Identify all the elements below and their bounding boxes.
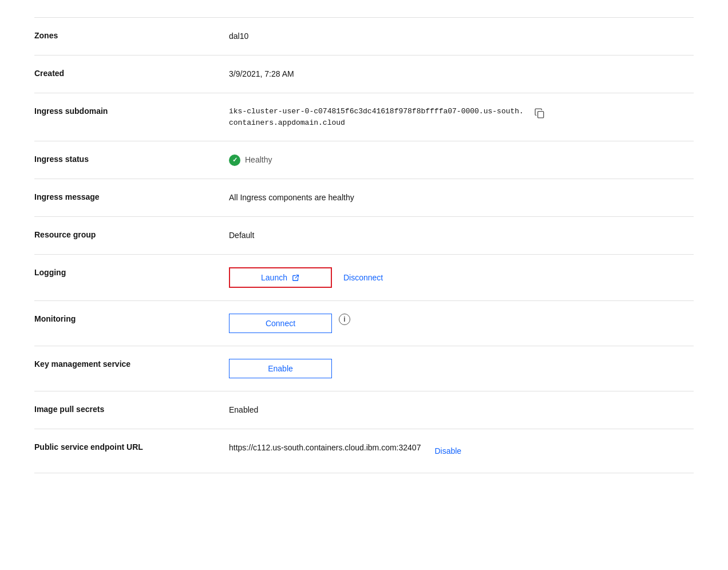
details-panel: Zones dal10 Created 3/9/2021, 7:28 AM In…: [0, 0, 728, 490]
resource-group-value: Default: [229, 229, 694, 242]
created-label: Created: [34, 68, 229, 80]
image-pull-secrets-label: Image pull secrets: [34, 404, 229, 415]
public-service-endpoint-value: https://c112.us-south.containers.cloud.i…: [229, 442, 421, 454]
zones-row: Zones dal10: [34, 17, 694, 56]
enable-button[interactable]: Enable: [229, 359, 332, 378]
logging-label: Logging: [34, 267, 229, 279]
enable-label: Enable: [268, 364, 293, 373]
info-icon: i: [339, 314, 350, 325]
key-management-label: Key management service: [34, 359, 229, 370]
ingress-message-row: Ingress message All Ingress components a…: [34, 179, 694, 217]
svg-rect-0: [538, 112, 544, 118]
ingress-subdomain-label: Ingress subdomain: [34, 106, 229, 117]
ingress-status-text: Healthy: [245, 154, 272, 166]
image-pull-secrets-value: Enabled: [229, 404, 694, 416]
monitoring-label: Monitoring: [34, 314, 229, 325]
status-dot-green: [229, 155, 240, 166]
resource-group-row: Resource group Default: [34, 217, 694, 255]
disconnect-button[interactable]: Disconnect: [341, 268, 385, 287]
zones-value: dal10: [229, 30, 694, 42]
ingress-message-label: Ingress message: [34, 192, 229, 203]
resource-group-label: Resource group: [34, 229, 229, 241]
copy-icon: [535, 108, 545, 118]
connect-button[interactable]: Connect: [229, 314, 332, 333]
zones-label: Zones: [34, 30, 229, 42]
public-service-endpoint-value-container: https://c112.us-south.containers.cloud.i…: [229, 442, 694, 460]
ingress-status-row: Ingress status Healthy: [34, 141, 694, 179]
ingress-message-value: All Ingress components are healthy: [229, 192, 694, 204]
connect-label: Connect: [266, 319, 295, 328]
logging-controls: Launch Disconnect: [229, 267, 694, 288]
public-service-endpoint-row: Public service endpoint URL https://c112…: [34, 429, 694, 473]
image-pull-secrets-row: Image pull secrets Enabled: [34, 391, 694, 429]
created-value: 3/9/2021, 7:28 AM: [229, 68, 694, 80]
disable-endpoint-button[interactable]: Disable: [432, 442, 464, 460]
status-healthy-indicator: Healthy: [229, 154, 272, 166]
launch-label: Launch: [261, 273, 287, 282]
created-row: Created 3/9/2021, 7:28 AM: [34, 56, 694, 93]
copy-subdomain-button[interactable]: [533, 107, 546, 120]
key-management-row: Key management service Enable: [34, 346, 694, 391]
ingress-subdomain-row: Ingress subdomain iks-cluster-user-0-c07…: [34, 93, 694, 141]
key-management-controls: Enable: [229, 359, 694, 378]
logging-actions: Launch Disconnect: [229, 267, 385, 288]
external-link-icon: [292, 274, 300, 282]
monitoring-controls: Connect i: [229, 314, 694, 333]
launch-button[interactable]: Launch: [229, 267, 332, 288]
ingress-subdomain-value: iks-cluster-user-0-c074815f6c3dc41618f97…: [229, 106, 527, 128]
ingress-status-value-container: Healthy: [229, 154, 694, 166]
logging-row: Logging Launch Disconnect: [34, 255, 694, 301]
monitoring-row: Monitoring Connect i: [34, 301, 694, 346]
ingress-subdomain-value-container: iks-cluster-user-0-c074815f6c3dc41618f97…: [229, 106, 694, 128]
ingress-status-label: Ingress status: [34, 154, 229, 165]
monitoring-info-button[interactable]: i: [339, 314, 350, 325]
public-service-endpoint-label: Public service endpoint URL: [34, 442, 229, 453]
